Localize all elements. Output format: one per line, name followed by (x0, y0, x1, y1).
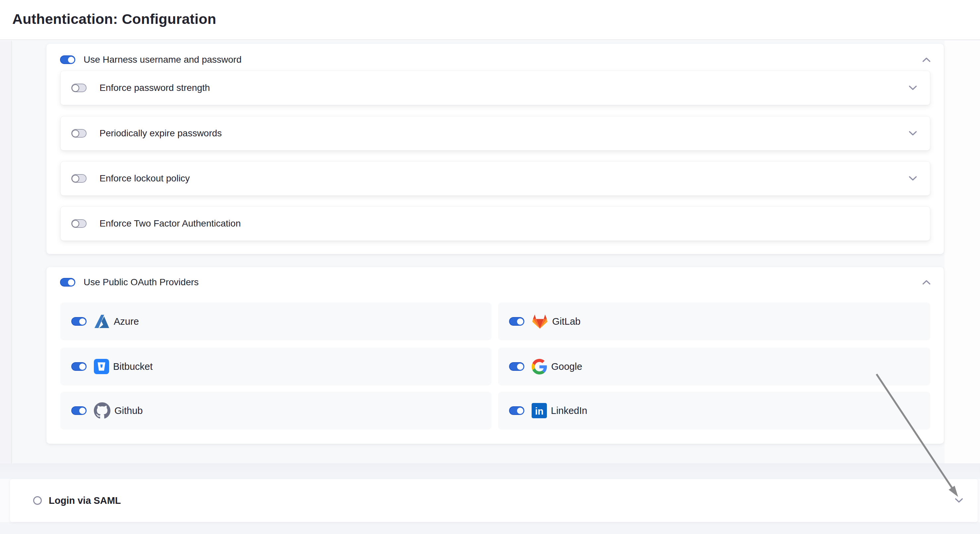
bottom-band (0, 522, 980, 534)
chevron-up-icon[interactable] (922, 57, 931, 63)
oauth-section-header: Use Public OAuth Providers (60, 273, 933, 292)
chevron-down-icon[interactable] (908, 176, 917, 181)
saml-radio[interactable] (33, 496, 42, 505)
saml-section-card: Login via SAML (10, 479, 978, 522)
saml-label: Login via SAML (49, 495, 121, 506)
toggle-knob (72, 84, 79, 92)
provider-label: Google (551, 361, 582, 372)
toggle-knob (516, 407, 524, 415)
toggle-knob (516, 363, 524, 370)
policy-row-lockout-policy: Enforce lockout policy (60, 161, 930, 196)
provider-row-bitbucket: Bitbucket (60, 348, 492, 385)
toggle-knob (79, 363, 86, 370)
bitbucket-icon (94, 359, 109, 374)
provider-label: Azure (114, 316, 139, 327)
azure-icon (94, 313, 110, 329)
bitbucket-toggle[interactable] (71, 362, 87, 371)
toggle-knob (79, 318, 86, 325)
provider-row-azure: Azure (60, 302, 492, 340)
left-gutter (0, 41, 12, 463)
toggle-knob (79, 407, 86, 415)
policy-row-label: Enforce password strength (100, 83, 210, 93)
page-header: Authentication: Configuration (0, 0, 980, 40)
policy-row-expire-passwords: Periodically expire passwords (60, 116, 930, 151)
username-password-section-label: Use Harness username and password (84, 54, 242, 65)
provider-row-github: Github (60, 392, 492, 429)
provider-row-gitlab: GitLab (498, 302, 930, 340)
toggle-knob (67, 56, 75, 64)
toggle-knob (72, 175, 79, 183)
section-separator-band (0, 463, 980, 479)
linkedin-icon: in (531, 403, 547, 418)
chevron-down-icon[interactable] (908, 131, 917, 136)
gitlab-icon (531, 313, 548, 329)
google-toggle[interactable] (509, 362, 524, 371)
github-toggle[interactable] (71, 406, 87, 415)
expire-passwords-toggle[interactable] (71, 129, 87, 138)
provider-label: LinkedIn (551, 405, 587, 416)
provider-label: Bitbucket (113, 361, 153, 372)
policy-row-label: Enforce Two Factor Authentication (100, 218, 241, 229)
policy-row-label: Periodically expire passwords (100, 128, 222, 139)
svg-text:in: in (535, 406, 544, 416)
lockout-policy-toggle[interactable] (71, 174, 87, 183)
right-gutter (945, 41, 980, 463)
toggle-knob (67, 279, 75, 286)
policy-row-password-strength: Enforce password strength (60, 71, 930, 105)
linkedin-toggle[interactable] (509, 406, 524, 415)
azure-toggle[interactable] (71, 317, 87, 326)
toggle-knob (516, 318, 524, 325)
provider-label: GitLab (552, 316, 581, 327)
gitlab-toggle[interactable] (509, 317, 524, 326)
policy-row-two-factor-auth: Enforce Two Factor Authentication (60, 206, 930, 241)
chevron-down-icon[interactable] (908, 85, 917, 91)
page-title: Authentication: Configuration (12, 11, 216, 27)
provider-row-linkedin: in LinkedIn (498, 392, 930, 429)
policy-row-label: Enforce lockout policy (100, 173, 190, 184)
oauth-toggle[interactable] (60, 278, 75, 286)
toggle-knob (72, 220, 79, 227)
provider-label: Github (115, 405, 143, 416)
chevron-up-icon[interactable] (922, 280, 931, 285)
username-password-section-card: Use Harness username and password Enforc… (46, 44, 944, 254)
two-factor-auth-toggle[interactable] (71, 219, 87, 228)
password-strength-toggle[interactable] (71, 84, 87, 92)
google-icon (531, 359, 547, 375)
oauth-section-card: Use Public OAuth Providers Azure Bitbuck… (46, 267, 944, 444)
chevron-down-icon[interactable] (955, 498, 963, 504)
username-password-toggle[interactable] (60, 56, 75, 64)
username-password-section-header: Use Harness username and password (60, 51, 933, 69)
toggle-knob (72, 130, 79, 137)
github-icon (94, 402, 110, 419)
oauth-section-label: Use Public OAuth Providers (84, 277, 199, 288)
provider-row-google: Google (498, 348, 930, 385)
